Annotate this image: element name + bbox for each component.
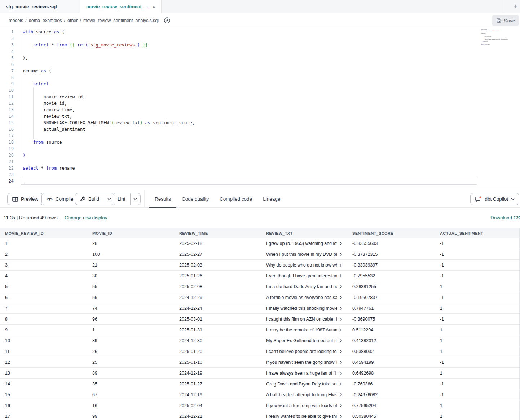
table-row: 4302025-01-26Even though I have great in… <box>0 271 520 281</box>
line-number: 16 <box>0 126 14 133</box>
download-csv-link[interactable]: Download CSV <box>490 215 520 220</box>
review-text: I really wanted to be able to give this … <box>266 414 337 419</box>
file-tab-stg-movie-reviews[interactable]: stg_movie_reviews.sql <box>0 0 80 13</box>
table-cell: 2025-02-08 <box>179 281 202 292</box>
column-header: SENTIMENT_SCORE <box>352 228 393 238</box>
table-cell: 6 <box>5 292 8 303</box>
table-row: 15672024-12-19A half-hearted attempt to … <box>0 389 520 400</box>
expand-cell-chevron-icon[interactable] <box>339 317 344 321</box>
code-brackets-icon: </> <box>47 197 53 201</box>
code-line: 23 <box>0 171 520 178</box>
code-line: 12 movie_id, <box>0 100 520 107</box>
result-tab-results[interactable]: Results <box>149 190 176 208</box>
expand-cell-chevron-icon[interactable] <box>339 414 344 419</box>
table-cell: 55 <box>92 281 97 292</box>
table-cell: -1 <box>440 271 444 281</box>
column-header: REVIEW_TXT <box>266 228 293 238</box>
line-number: 22 <box>0 165 14 171</box>
change-row-display-link[interactable]: Change row display <box>65 215 107 220</box>
close-tab-icon[interactable]: × <box>152 4 155 9</box>
line-number: 6 <box>0 61 14 68</box>
tabbar-divider <box>502 0 502 13</box>
line-number: 12 <box>0 100 14 107</box>
table-grid-icon <box>12 197 18 202</box>
table-cell: 74 <box>92 303 97 314</box>
expand-cell-chevron-icon[interactable] <box>339 403 344 408</box>
review-text: Even though I have great interest in Bi… <box>266 273 337 278</box>
dbt-copilot-button[interactable]: dbt Copilot <box>470 193 519 205</box>
file-tab-movie-review-sentiment[interactable]: movie_review_sentiment_... × <box>80 0 162 13</box>
result-tab-compiled-code[interactable]: Compiled code <box>214 190 257 208</box>
build-button[interactable]: Build <box>75 193 104 205</box>
table-cell: 3 <box>5 260 8 271</box>
table-cell: 0.41382012 <box>352 335 376 346</box>
breadcrumb-separator: / <box>25 18 26 23</box>
table-cell: A terrible movie as everyone has said. … <box>266 292 347 303</box>
table-row: 13892024-12-19I have always been a huge … <box>0 368 520 379</box>
expand-cell-chevron-icon[interactable] <box>339 360 344 365</box>
expand-cell-chevron-icon[interactable] <box>339 306 344 310</box>
review-text: If you want a fun romp with loads of s… <box>266 403 337 408</box>
table-row: 3212025-02-03Why do people who do not kn… <box>0 260 520 271</box>
explore-compass-icon[interactable] <box>164 17 171 24</box>
table-cell: 12 <box>5 357 10 368</box>
table-cell: 2025-01-31 <box>179 325 202 335</box>
lint-dropdown-caret[interactable] <box>130 193 140 205</box>
expand-cell-chevron-icon[interactable] <box>339 295 344 300</box>
table-cell: 8 <box>5 314 8 325</box>
expand-cell-chevron-icon[interactable] <box>339 382 344 386</box>
wrench-icon <box>80 196 85 202</box>
column-header: REVIEW_TIME <box>179 228 208 238</box>
expand-cell-chevron-icon[interactable] <box>339 263 344 267</box>
expand-cell-chevron-icon[interactable] <box>339 349 344 354</box>
column-header: ACTUAL_SENTIMENT <box>440 228 483 238</box>
review-text: I caught this film on AZN on cable. It s… <box>266 317 337 322</box>
expand-cell-chevron-icon[interactable] <box>339 274 344 278</box>
result-tab-code-quality[interactable]: Code quality <box>176 190 214 208</box>
table-cell: 9 <box>5 325 8 335</box>
save-button[interactable]: Save <box>492 15 519 26</box>
breadcrumb-segment: models <box>9 18 23 23</box>
expand-cell-chevron-icon[interactable] <box>339 339 344 343</box>
result-tab-lineage[interactable]: Lineage <box>257 190 286 208</box>
table-cell: -0.83039397 <box>352 260 378 271</box>
line-number: 10 <box>0 87 14 94</box>
expand-cell-chevron-icon[interactable] <box>339 285 344 289</box>
table-row: 11262025-01-20I can't believe people are… <box>0 346 520 357</box>
expand-cell-chevron-icon[interactable] <box>339 241 344 246</box>
table-cell: 7 <box>5 303 8 314</box>
copilot-chat-sparkle-icon <box>475 196 482 202</box>
review-text: A terrible movie as everyone has said. … <box>266 295 337 300</box>
compile-button[interactable]: </> Compile <box>41 193 78 205</box>
status-bar: 11.3s | Returned 49 rows. Change row dis… <box>0 208 520 228</box>
table-row: 10892024-12-30My Super Ex Girlfriend tur… <box>0 335 520 346</box>
breadcrumb-separator: / <box>80 18 81 23</box>
table-row: 912025-01-31It may be the remake of 1987… <box>0 325 520 335</box>
line-number: 15 <box>0 120 14 126</box>
line-number: 21 <box>0 158 14 165</box>
table-cell: 0.50380445 <box>352 411 376 420</box>
table-cell: 4 <box>5 271 8 281</box>
code-line: 5), <box>0 55 520 61</box>
line-number: 11 <box>0 94 14 100</box>
minimap-content: with source as ( select * from {{ ref('s… <box>480 29 508 46</box>
toolbar-separator <box>144 190 145 207</box>
expand-cell-chevron-icon[interactable] <box>339 393 344 397</box>
minimap[interactable]: with source as ( select * from {{ ref('s… <box>480 29 508 48</box>
code-line: 22select * from rename <box>0 165 520 171</box>
expand-cell-chevron-icon[interactable] <box>339 328 344 332</box>
table-cell: 67 <box>92 389 97 400</box>
preview-button[interactable]: Preview <box>7 193 43 205</box>
table-cell: 1 <box>440 368 442 379</box>
new-tab-button[interactable]: + <box>511 0 520 13</box>
table-cell: 2025-02-27 <box>179 249 202 260</box>
code-editor[interactable]: 1with source as (2 3 select * from {{ re… <box>0 28 520 190</box>
table-cell: -1 <box>440 357 444 368</box>
expand-cell-chevron-icon[interactable] <box>339 371 344 375</box>
review-text: I can't believe people are looking for a… <box>266 349 337 354</box>
lint-button[interactable]: Lint <box>113 193 130 205</box>
table-cell: I have always been a huge fan of "Hom… <box>266 368 347 379</box>
table-row: 12252025-01-10If you haven't seen the go… <box>0 357 520 368</box>
table-cell: Im a die hard Dads Army fan and nothi… <box>266 281 347 292</box>
expand-cell-chevron-icon[interactable] <box>339 252 344 256</box>
